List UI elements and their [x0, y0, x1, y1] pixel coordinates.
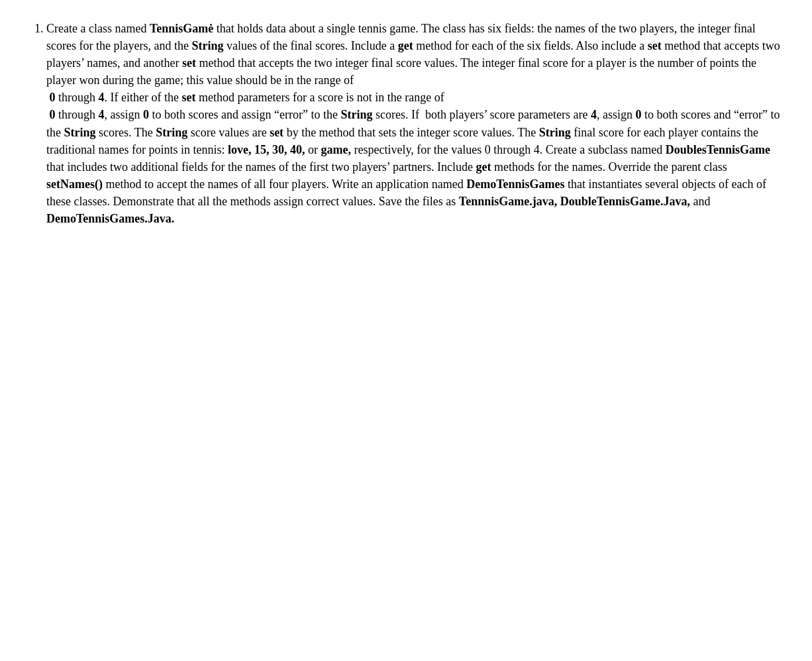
paragraph-3: 0 through 4, assign 0 to both scores and… [46, 108, 780, 225]
bold-string-4: String [156, 126, 187, 139]
paragraph-2: 0 through 4. If either of the set method… [46, 91, 444, 104]
list-item-1: Create a class named TennisGamė that ho… [46, 20, 786, 227]
bold-set-1: set [648, 39, 662, 52]
ordered-list: Create a class named TennisGamė that ho… [26, 20, 786, 227]
bold-string-5: String [539, 126, 571, 139]
bold-game: game, [321, 143, 350, 156]
bold-setnames: setNames() [46, 178, 103, 191]
content-area: Create a class named TennisGamė that ho… [26, 20, 786, 227]
bold-set-2: set [182, 56, 196, 70]
bold-tennis-points: love, 15, 30, 40, [228, 143, 305, 156]
bold-demotennisgames: DemoTennisGames [466, 178, 564, 191]
paragraph-1: Create a class named TennisGamė that ho… [46, 22, 780, 87]
classname-tennisgame: TennisGamė [150, 22, 213, 35]
bold-filenames: TennnisGame.java, DoubleTennisGame.Java, [459, 195, 690, 208]
bold-four-1: 4 [99, 91, 105, 104]
bold-string-1: String [191, 39, 223, 52]
bold-zero-2: 0 [50, 108, 56, 121]
bold-string-3: String [64, 126, 96, 139]
bold-zero-1: 0 [50, 91, 56, 104]
bold-filename-demo: DemoTennisGames.Java. [46, 212, 174, 225]
bold-zero-4: 0 [635, 108, 641, 121]
bold-string-2: String [340, 108, 372, 121]
bold-zero-3: 0 [143, 108, 149, 121]
bold-doublestennisgame: DoublesTennisGame [666, 143, 770, 156]
bold-get-2: get [476, 160, 491, 174]
bold-get-1: get [398, 39, 413, 52]
bold-four-3: 4 [591, 108, 597, 121]
bold-set-4: set [270, 126, 283, 139]
bold-set-3: set [181, 91, 195, 104]
bold-four-2: 4 [99, 108, 105, 121]
